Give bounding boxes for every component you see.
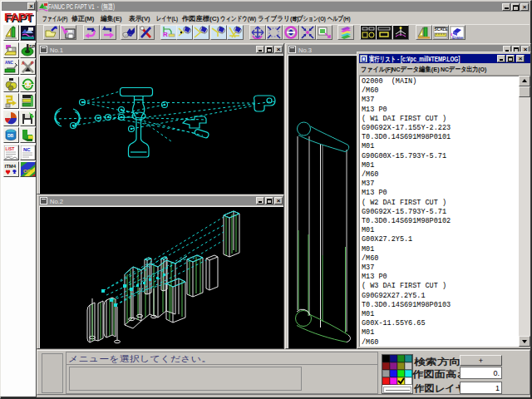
svg-text:GP: GP xyxy=(124,34,129,37)
svg-text:R: R xyxy=(163,31,168,38)
svg-text:NC: NC xyxy=(23,147,31,152)
svg-text:A: A xyxy=(22,61,25,66)
svg-text:ITM4: ITM4 xyxy=(5,164,17,169)
svg-text:OPT: OPT xyxy=(23,169,34,174)
svg-text:ANC: ANC xyxy=(5,61,13,65)
svg-text:LIST: LIST xyxy=(6,146,15,151)
svg-text:Erase: Erase xyxy=(452,35,463,40)
svg-text:DB: DB xyxy=(7,133,14,138)
